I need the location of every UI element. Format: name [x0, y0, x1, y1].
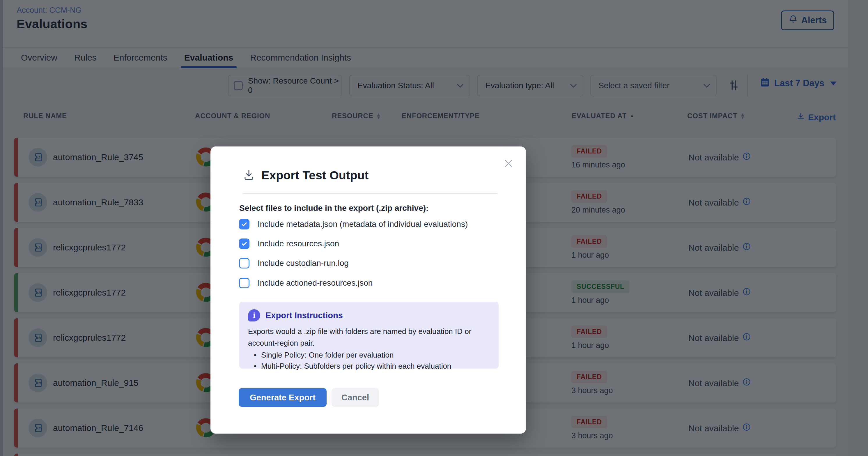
checkbox-label: Include metadata.json (metadata of indiv…: [258, 219, 468, 229]
bullet-item: •Single Policy: One folder per evaluatio…: [248, 349, 490, 361]
checkbox[interactable]: [239, 239, 249, 249]
close-icon[interactable]: [503, 158, 514, 169]
checkbox-label: Include actioned-resources.json: [258, 278, 373, 288]
select-files-label: Select files to include in the export (.…: [239, 204, 429, 213]
modal-title-row: Export Test Output: [243, 169, 369, 182]
screen: Account: CCM-NG Evaluations Alerts Overv…: [0, 0, 868, 456]
modal-divider: [243, 193, 498, 194]
export-file-checkbox-row[interactable]: Include custodian-run.log: [239, 258, 349, 269]
export-instructions-title: Export Instructions: [266, 311, 343, 320]
export-file-checkbox-row[interactable]: Include metadata.json (metadata of indiv…: [239, 219, 468, 230]
export-file-checkbox-row[interactable]: Include actioned-resources.json: [239, 278, 373, 288]
checkbox[interactable]: [239, 219, 249, 230]
info-bubble-icon: i: [248, 309, 260, 322]
bullet-item: •Multi-Policy: Subfolders per policy wit…: [248, 361, 490, 371]
export-test-output-modal: Export Test Output Select files to inclu…: [211, 147, 526, 433]
export-instructions-bullets: •Single Policy: One folder per evaluatio…: [248, 349, 490, 371]
checkbox-label: Include custodian-run.log: [258, 259, 349, 268]
export-instructions-box: i Export Instructions Exports would a .z…: [239, 302, 499, 369]
modal-title: Export Test Output: [261, 169, 369, 182]
generate-export-button[interactable]: Generate Export: [239, 388, 327, 407]
export-file-checkbox-row[interactable]: Include resources.json: [239, 239, 339, 249]
cancel-button[interactable]: Cancel: [332, 388, 379, 407]
export-instructions-body: Exports would a .zip file with folders a…: [248, 326, 490, 349]
checkbox[interactable]: [239, 258, 249, 269]
download-icon: [243, 169, 255, 182]
checkbox-label: Include resources.json: [258, 239, 339, 248]
checkbox[interactable]: [239, 278, 249, 288]
